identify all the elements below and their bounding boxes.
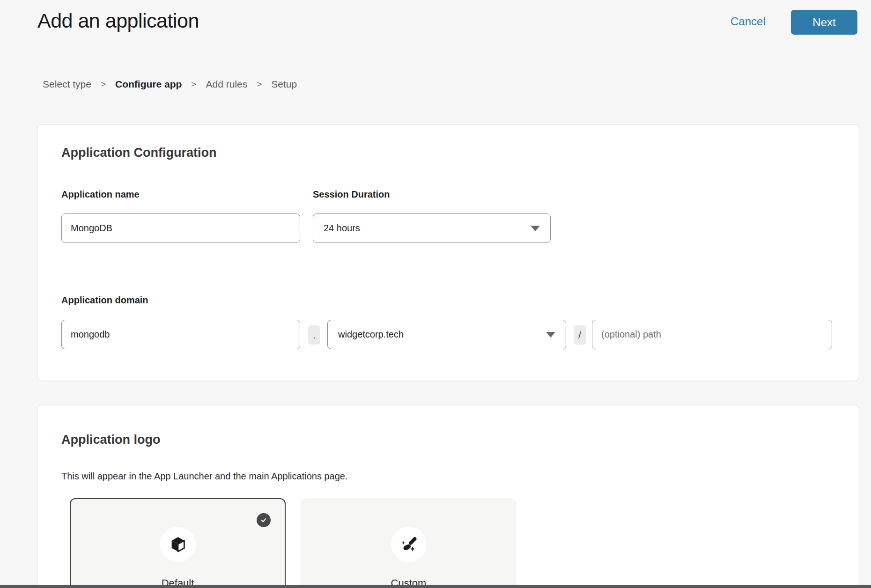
paintbrush-icon xyxy=(399,535,419,554)
chevron-down-icon xyxy=(546,332,555,338)
application-logo-heading: Application logo xyxy=(61,433,160,447)
check-icon xyxy=(259,516,268,524)
session-duration-value: 24 hours xyxy=(324,223,360,234)
subdomain-input[interactable] xyxy=(61,320,300,349)
path-input[interactable] xyxy=(592,320,832,349)
application-logo-card: Application logo This will appear in the… xyxy=(37,405,859,588)
application-configuration-card: Application Configuration Application na… xyxy=(37,124,859,381)
dot-separator: . xyxy=(308,325,320,345)
session-duration-label: Session Duration xyxy=(313,189,390,200)
domain-select-value: widgetcorp.tech xyxy=(338,329,404,340)
application-domain-label: Application domain xyxy=(61,295,148,306)
slash-separator: / xyxy=(574,325,586,345)
application-configuration-heading: Application Configuration xyxy=(61,146,216,160)
application-logo-description: This will appear in the App Launcher and… xyxy=(61,471,348,482)
breadcrumb-step-configure-app[interactable]: Configure app xyxy=(115,79,182,90)
cancel-button[interactable]: Cancel xyxy=(731,15,766,28)
bottom-edge-bar xyxy=(0,585,871,588)
breadcrumb-separator: > xyxy=(101,79,106,89)
breadcrumb-separator: > xyxy=(191,79,196,89)
page-title: Add an application xyxy=(37,9,199,32)
breadcrumb: Select type > Configure app > Add rules … xyxy=(43,79,297,90)
breadcrumb-separator: > xyxy=(257,79,262,89)
session-duration-select[interactable]: 24 hours xyxy=(313,213,551,243)
domain-select[interactable]: widgetcorp.tech xyxy=(327,320,566,349)
selected-badge xyxy=(257,513,271,527)
breadcrumb-step-setup[interactable]: Setup xyxy=(271,79,297,90)
cube-icon xyxy=(169,535,187,554)
custom-logo-circle xyxy=(391,527,427,562)
breadcrumb-step-select-type[interactable]: Select type xyxy=(43,79,91,90)
breadcrumb-step-add-rules[interactable]: Add rules xyxy=(206,79,247,90)
application-name-label: Application name xyxy=(61,189,140,200)
next-button[interactable]: Next xyxy=(791,10,857,35)
logo-option-default[interactable]: Default xyxy=(70,498,286,588)
default-logo-circle xyxy=(160,527,196,562)
application-name-input[interactable] xyxy=(61,213,300,243)
logo-option-custom[interactable]: Custom xyxy=(301,498,517,588)
chevron-down-icon xyxy=(531,226,540,231)
